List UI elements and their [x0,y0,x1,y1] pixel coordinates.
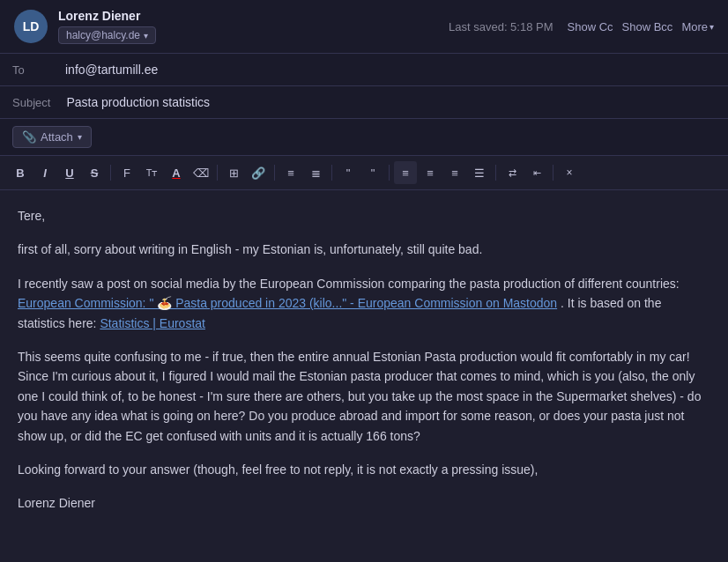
sender-email-badge[interactable]: halcy@halcy.de ▾ [58,26,156,44]
italic-button[interactable]: I [33,161,56,184]
header-right: Last saved: 5:18 PM Show Cc Show Bcc Mor… [449,20,714,33]
to-row: To [0,54,728,86]
toolbar-divider-2 [217,165,218,181]
rtl-button[interactable]: ⇤ [525,161,548,184]
attach-button[interactable]: 📎 Attach ▾ [12,126,92,148]
attach-bar: 📎 Attach ▾ [0,119,728,156]
sender-info: Lorenz Diener halcy@halcy.de ▾ [58,9,156,44]
bullet-list-button[interactable]: ≡ [279,161,302,184]
sender-email-text: halcy@halcy.de [66,29,140,41]
image-button[interactable]: ⊞ [222,161,245,184]
align-right-button[interactable]: ≡ [443,161,466,184]
font-button[interactable]: F [115,161,138,184]
subject-row: Subject [0,86,728,119]
underline-button[interactable]: U [58,161,81,184]
special-char-button[interactable]: × [558,161,581,184]
quote-open-button[interactable]: " [337,161,360,184]
toolbar-divider-5 [389,165,390,181]
toolbar-divider-1 [110,165,111,181]
text-size-button[interactable]: Tᴛ [140,161,163,184]
font-color-button[interactable]: A [165,161,188,184]
more-button[interactable]: More ▾ [681,20,714,33]
ltr-button[interactable]: ⇄ [501,161,524,184]
last-saved-text: Last saved: 5:18 PM [449,20,553,33]
justify-button[interactable]: ☰ [468,161,491,184]
subject-label: Subject [0,87,63,118]
align-left-button[interactable]: ≡ [394,161,417,184]
show-bcc-button[interactable]: Show Bcc [622,20,673,33]
bold-button[interactable]: B [9,161,32,184]
clear-format-button[interactable]: ⌫ [189,161,212,184]
toolbar-divider-3 [274,165,275,181]
sender-section: LD Lorenz Diener halcy@halcy.de ▾ [14,9,156,44]
chevron-down-icon: ▾ [144,31,148,41]
link-button[interactable]: 🔗 [247,161,270,184]
chevron-down-icon: ▾ [709,22,714,32]
signature: Lorenz Diener [18,493,710,513]
header-actions: Show Cc Show Bcc More ▾ [568,20,714,33]
para4: Looking forward to your answer (though, … [18,460,710,479]
subject-input[interactable] [63,86,728,118]
toolbar-divider-4 [331,165,332,181]
more-label: More [681,20,708,33]
to-input[interactable] [62,54,728,85]
paperclip-icon: 📎 [22,130,36,144]
eurostat-link[interactable]: Statistics | Eurostat [100,316,205,330]
quote-close-button[interactable]: " [361,161,384,184]
editor-toolbar: B I U S F Tᴛ A ⌫ ⊞ 🔗 ≡ ≣ " " ≡ ≡ ≡ ☰ ⇄ ⇤… [0,156,728,190]
para2: I recently saw a post on social media by… [18,274,710,333]
strikethrough-button[interactable]: S [83,161,106,184]
email-body-editor[interactable]: Tere, first of all, sorry about writing … [0,190,728,529]
to-label: To [0,55,62,85]
sender-name: Lorenz Diener [58,9,156,23]
align-center-button[interactable]: ≡ [419,161,442,184]
toolbar-divider-7 [553,165,553,181]
para2-before-link: I recently saw a post on social media by… [18,277,680,291]
para3: This seems quite confusing to me - if tr… [18,347,710,446]
numbered-list-button[interactable]: ≣ [304,161,327,184]
greeting-paragraph: Tere, [18,206,710,226]
show-cc-button[interactable]: Show Cc [568,20,613,33]
attach-label: Attach [41,130,73,144]
toolbar-divider-6 [495,165,496,181]
para1: first of all, sorry about writing in Eng… [18,240,710,259]
chevron-down-icon: ▾ [78,132,82,142]
avatar: LD [14,10,48,43]
compose-header: LD Lorenz Diener halcy@halcy.de ▾ Last s… [0,0,728,54]
mastodon-link[interactable]: European Commission: " 🍝 Pasta produced … [18,296,557,310]
